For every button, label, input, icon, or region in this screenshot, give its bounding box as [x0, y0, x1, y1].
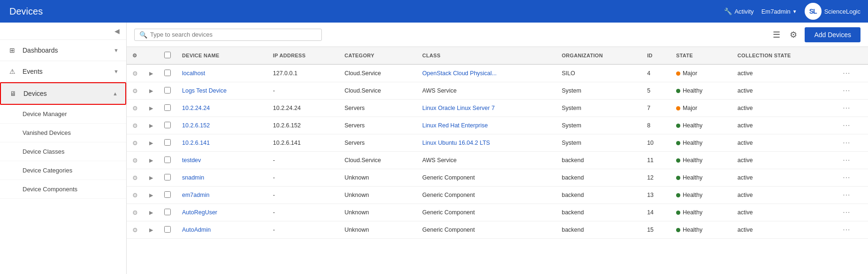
more-actions-icon[interactable]: ···: [843, 104, 850, 112]
row-more-actions[interactable]: ···: [837, 117, 868, 134]
row-class[interactable]: OpenStack Cloud Physical...: [417, 64, 556, 82]
row-checkbox[interactable]: [159, 64, 176, 82]
sidebar-item-events[interactable]: ⚠ Events ▼: [0, 61, 126, 82]
row-more-actions[interactable]: ···: [837, 64, 868, 82]
add-devices-button[interactable]: Add Devices: [805, 27, 860, 42]
row-gear[interactable]: ⚙: [127, 204, 144, 221]
row-more-actions[interactable]: ···: [837, 221, 868, 239]
device-name-link[interactable]: Logs Test Device: [182, 87, 227, 94]
row-select-checkbox[interactable]: [164, 174, 171, 180]
row-gear[interactable]: ⚙: [127, 152, 144, 169]
row-checkbox[interactable]: [159, 152, 176, 169]
more-actions-icon[interactable]: ···: [843, 208, 850, 216]
select-all-checkbox[interactable]: [164, 52, 171, 58]
device-name-link[interactable]: 10.2.6.141: [182, 140, 210, 146]
more-actions-icon[interactable]: ···: [843, 139, 850, 147]
row-device-name[interactable]: 10.2.6.152: [176, 117, 267, 134]
row-device-name[interactable]: em7admin: [176, 187, 267, 204]
row-expand[interactable]: ▶: [144, 204, 159, 221]
device-class-link[interactable]: OpenStack Cloud Physical...: [422, 70, 496, 77]
more-actions-icon[interactable]: ···: [843, 156, 850, 164]
settings-icon[interactable]: ⚙: [788, 28, 799, 42]
row-checkbox[interactable]: [159, 169, 176, 187]
row-more-actions[interactable]: ···: [837, 169, 868, 187]
row-expand[interactable]: ▶: [144, 117, 159, 134]
row-more-actions[interactable]: ···: [837, 82, 868, 100]
search-input[interactable]: [150, 31, 317, 38]
row-gear[interactable]: ⚙: [127, 187, 144, 204]
device-name-link[interactable]: 10.2.6.152: [182, 122, 210, 129]
row-select-checkbox[interactable]: [164, 104, 171, 111]
row-device-name[interactable]: snadmin: [176, 169, 267, 187]
row-more-actions[interactable]: ···: [837, 187, 868, 204]
row-select-checkbox[interactable]: [164, 191, 171, 198]
sidebar-item-dashboards[interactable]: ⊞ Dashboards ▼: [0, 40, 126, 61]
row-gear[interactable]: ⚙: [127, 134, 144, 152]
row-checkbox[interactable]: [159, 204, 176, 221]
row-class[interactable]: Linux Red Hat Enterprise: [417, 117, 556, 134]
row-checkbox[interactable]: [159, 221, 176, 239]
row-checkbox[interactable]: [159, 117, 176, 134]
row-gear[interactable]: ⚙: [127, 169, 144, 187]
row-gear[interactable]: ⚙: [127, 221, 144, 239]
row-expand[interactable]: ▶: [144, 169, 159, 187]
sidebar-item-device-classes[interactable]: Device Classes: [0, 142, 126, 161]
gear-header[interactable]: ⚙: [127, 47, 144, 64]
device-name-link[interactable]: AutoRegUser: [182, 209, 217, 216]
sidebar-toggle[interactable]: ◀: [0, 23, 126, 40]
sidebar-item-devices[interactable]: 🖥 Devices ▲: [0, 82, 126, 105]
row-checkbox[interactable]: [159, 82, 176, 100]
row-select-checkbox[interactable]: [164, 70, 171, 76]
row-device-name[interactable]: AutoRegUser: [176, 204, 267, 221]
row-checkbox[interactable]: [159, 134, 176, 152]
more-actions-icon[interactable]: ···: [843, 226, 850, 234]
more-actions-icon[interactable]: ···: [843, 121, 850, 129]
device-class-link[interactable]: Linux Ubuntu 16.04.2 LTS: [422, 140, 490, 146]
row-checkbox[interactable]: [159, 100, 176, 117]
more-actions-icon[interactable]: ···: [843, 173, 850, 181]
row-select-checkbox[interactable]: [164, 157, 171, 163]
more-actions-icon[interactable]: ···: [843, 69, 850, 77]
row-device-name[interactable]: 10.2.24.24: [176, 100, 267, 117]
row-select-checkbox[interactable]: [164, 122, 171, 128]
device-name-link[interactable]: testdev: [182, 157, 201, 164]
device-name-link[interactable]: AutoAdmin: [182, 227, 211, 233]
row-more-actions[interactable]: ···: [837, 100, 868, 117]
search-box[interactable]: 🔍: [134, 29, 322, 41]
row-device-name[interactable]: testdev: [176, 152, 267, 169]
device-name-link[interactable]: localhost: [182, 70, 205, 77]
row-more-actions[interactable]: ···: [837, 134, 868, 152]
device-class-link[interactable]: Linux Red Hat Enterprise: [422, 122, 488, 129]
row-expand[interactable]: ▶: [144, 187, 159, 204]
row-device-name[interactable]: localhost: [176, 64, 267, 82]
sidebar-item-device-manager[interactable]: Device Manager: [0, 105, 126, 124]
sidebar-item-device-components[interactable]: Device Components: [0, 180, 126, 199]
more-actions-icon[interactable]: ···: [843, 86, 850, 94]
device-name-link[interactable]: 10.2.24.24: [182, 105, 210, 111]
sidebar-item-device-categories[interactable]: Device Categories: [0, 161, 126, 180]
row-checkbox[interactable]: [159, 187, 176, 204]
row-gear[interactable]: ⚙: [127, 64, 144, 82]
row-class[interactable]: Linux Oracle Linux Server 7: [417, 100, 556, 117]
row-select-checkbox[interactable]: [164, 139, 171, 146]
activity-link[interactable]: 🔧 Activity: [724, 8, 754, 15]
user-menu[interactable]: Em7admin ▼: [761, 8, 797, 15]
row-class[interactable]: Linux Ubuntu 16.04.2 LTS: [417, 134, 556, 152]
list-view-icon[interactable]: ☰: [771, 28, 782, 42]
row-expand[interactable]: ▶: [144, 64, 159, 82]
device-class-link[interactable]: Linux Oracle Linux Server 7: [422, 105, 495, 111]
more-actions-icon[interactable]: ···: [843, 191, 850, 199]
row-expand[interactable]: ▶: [144, 134, 159, 152]
row-gear[interactable]: ⚙: [127, 117, 144, 134]
row-expand[interactable]: ▶: [144, 152, 159, 169]
row-device-name[interactable]: 10.2.6.141: [176, 134, 267, 152]
sidebar-item-vanished-devices[interactable]: Vanished Devices: [0, 124, 126, 142]
row-expand[interactable]: ▶: [144, 82, 159, 100]
row-device-name[interactable]: AutoAdmin: [176, 221, 267, 239]
row-gear[interactable]: ⚙: [127, 100, 144, 117]
row-more-actions[interactable]: ···: [837, 204, 868, 221]
device-name-link[interactable]: snadmin: [182, 174, 204, 181]
row-device-name[interactable]: Logs Test Device: [176, 82, 267, 100]
row-more-actions[interactable]: ···: [837, 152, 868, 169]
row-select-checkbox[interactable]: [164, 87, 171, 94]
